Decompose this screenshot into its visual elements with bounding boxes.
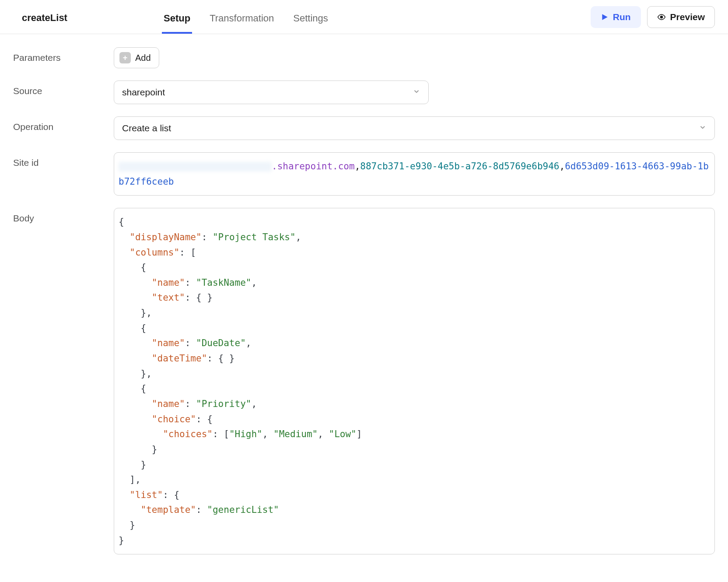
operation-value: Create a list (122, 123, 171, 133)
plus-icon: + (119, 52, 131, 63)
header: createList Setup Transformation Settings… (0, 0, 728, 34)
run-button[interactable]: Run (591, 6, 641, 28)
siteid-suffix: .sharepoint.com (272, 161, 355, 172)
row-operation: Operation Create a list (13, 116, 715, 140)
chevron-down-icon (699, 123, 707, 133)
siteid-guid1: 887cb371-e930-4e5b-a726-8d5769e6b946 (360, 161, 559, 172)
label-body: Body (13, 208, 114, 224)
eye-icon (657, 13, 666, 21)
operation-select[interactable]: Create a list (114, 116, 715, 140)
preview-button[interactable]: Preview (647, 6, 715, 28)
tab-transformation[interactable]: Transformation (208, 8, 276, 34)
run-button-label: Run (613, 12, 631, 22)
row-parameters: Parameters + Add (13, 47, 715, 68)
label-source: Source (13, 81, 114, 96)
chevron-down-icon (413, 87, 420, 98)
label-operation: Operation (13, 116, 114, 132)
svg-point-1 (660, 16, 662, 18)
tab-setup[interactable]: Setup (162, 8, 192, 34)
row-body: Body { "displayName": "Project Tasks", "… (13, 208, 715, 554)
body-editor[interactable]: { "displayName": "Project Tasks", "colum… (114, 208, 715, 554)
site-id-input[interactable]: hidden.sharepoint.com,887cb371-e930-4e5b… (114, 152, 715, 196)
row-site-id: Site id hidden.sharepoint.com,887cb371-e… (13, 152, 715, 196)
siteid-sep: , (559, 161, 565, 172)
tab-settings[interactable]: Settings (291, 8, 330, 34)
source-select[interactable]: sharepoint (114, 81, 429, 104)
add-button-label: Add (135, 53, 151, 63)
page-title: createList (22, 12, 67, 24)
add-parameter-button[interactable]: + Add (114, 47, 159, 68)
preview-button-label: Preview (670, 12, 705, 22)
play-icon (601, 13, 609, 21)
row-source: Source sharepoint (13, 81, 715, 104)
setup-form: Parameters + Add Source sharepoint Opera… (0, 34, 728, 580)
tabs: Setup Transformation Settings (162, 8, 330, 34)
source-value: sharepoint (122, 87, 165, 98)
header-actions: Run Preview (591, 6, 715, 28)
siteid-sep: , (355, 161, 360, 172)
label-parameters: Parameters (13, 47, 114, 63)
svg-marker-0 (602, 14, 607, 20)
label-site-id: Site id (13, 152, 114, 168)
redacted-hostname: hidden (119, 162, 272, 172)
